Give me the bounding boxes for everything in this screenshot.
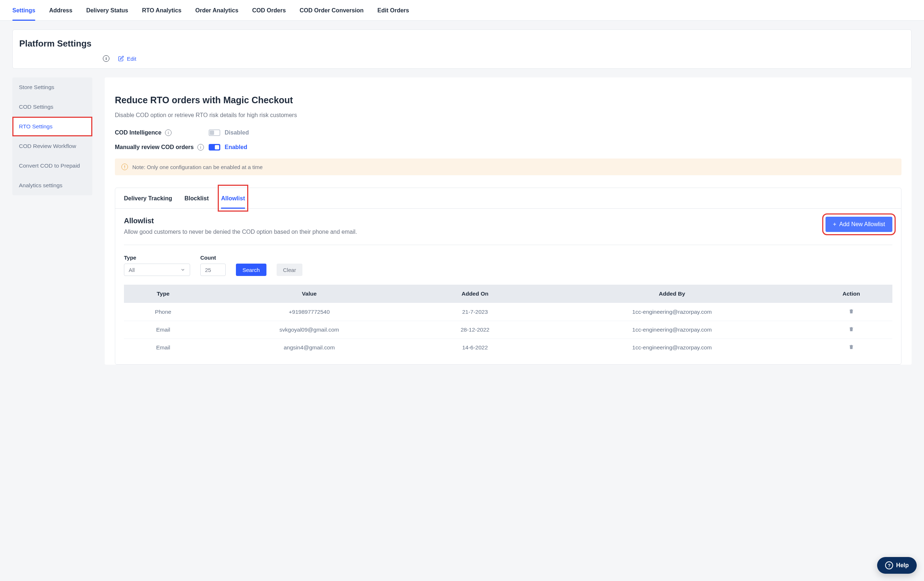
manual-review-toggle[interactable]	[209, 144, 220, 150]
trash-icon	[848, 308, 854, 314]
page-title: Platform Settings	[19, 38, 899, 49]
col-type: Type	[124, 285, 203, 303]
count-filter-value: 25	[205, 267, 211, 273]
plus-icon: +	[833, 221, 836, 228]
sidebar-item-analytics-settings[interactable]: Analytics settings	[12, 176, 92, 195]
cod-intelligence-label: COD Intelligence	[115, 129, 162, 136]
info-icon: i	[103, 55, 109, 62]
config-note-banner: ! Note: Only one configuration can be en…	[115, 158, 901, 175]
edit-icon	[118, 56, 124, 61]
type-filter-select[interactable]: All	[124, 264, 190, 276]
cell-added-on: 14-6-2022	[416, 339, 534, 357]
sidebar-item-convert-cod-prepaid[interactable]: Convert COD to Prepaid	[12, 156, 92, 176]
inner-tabs: Delivery Tracking Blocklist Allowlist	[115, 188, 901, 209]
count-filter-input[interactable]: 25	[200, 264, 226, 276]
edit-button[interactable]: Edit	[118, 56, 136, 62]
settings-sidebar: Store Settings COD Settings RTO Settings…	[12, 78, 92, 195]
tab-blocklist[interactable]: Blocklist	[185, 188, 209, 208]
search-button[interactable]: Search	[236, 264, 266, 276]
manual-review-label: Manually review COD orders	[115, 144, 194, 150]
top-nav: Settings Address Delivery Status RTO Ana…	[0, 0, 924, 21]
col-value: Value	[203, 285, 417, 303]
tab-edit-orders[interactable]: Edit Orders	[377, 0, 409, 20]
allowlist-desc: Allow good customers to never be denied …	[124, 229, 357, 235]
allowlist-card: Delivery Tracking Blocklist Allowlist Al…	[115, 188, 901, 365]
add-new-allowlist-button[interactable]: + Add New Allowlist	[825, 217, 893, 232]
tab-allowlist[interactable]: Allowlist	[221, 188, 245, 208]
edit-label: Edit	[127, 56, 136, 62]
cod-intelligence-toggle[interactable]	[209, 129, 220, 136]
type-filter-value: All	[129, 267, 135, 273]
delete-row-button[interactable]	[848, 309, 854, 315]
table-row: Emailangsin4@gmail.com14-6-20221cc-engin…	[124, 339, 893, 357]
cell-type: Phone	[124, 303, 203, 321]
filter-row: Type All Count 25 Search	[124, 254, 893, 276]
sidebar-item-cod-review-workflow[interactable]: COD Review Workflow	[12, 136, 92, 156]
table-row: Phone+91989777254021-7-20231cc-engineeri…	[124, 303, 893, 321]
content-panel: Reduce RTO orders with Magic Checkout Di…	[105, 78, 912, 365]
cell-value: +919897772540	[203, 303, 417, 321]
cell-added-on: 28-12-2022	[416, 321, 534, 339]
sidebar-item-cod-settings[interactable]: COD Settings	[12, 97, 92, 117]
manual-review-state: Enabled	[224, 144, 247, 150]
cell-value: angsin4@gmail.com	[203, 339, 417, 357]
manual-review-row: Manually review COD orders i Enabled	[115, 144, 901, 150]
cell-value: svkgoyal09@gmail.com	[203, 321, 417, 339]
tab-order-analytics[interactable]: Order Analytics	[195, 0, 238, 20]
info-icon[interactable]: i	[197, 144, 204, 150]
sidebar-item-store-settings[interactable]: Store Settings	[12, 78, 92, 97]
config-note-text: Note: Only one configuration can be enab…	[132, 164, 263, 170]
page-header: Platform Settings i Edit	[12, 30, 912, 69]
sidebar-item-rto-settings[interactable]: RTO Settings	[12, 117, 92, 136]
table-row: Emailsvkgoyal09@gmail.com28-12-20221cc-e…	[124, 321, 893, 339]
allowlist-table: Type Value Added On Added By Action Phon…	[124, 285, 893, 356]
tab-address[interactable]: Address	[49, 0, 73, 20]
cell-added-on: 21-7-2023	[416, 303, 534, 321]
warning-icon: !	[121, 163, 128, 170]
delete-row-button[interactable]	[848, 327, 854, 333]
tab-delivery-status[interactable]: Delivery Status	[86, 0, 128, 20]
count-filter-label: Count	[200, 254, 226, 261]
cell-added-by: 1cc-engineering@razorpay.com	[534, 303, 810, 321]
col-added-on: Added On	[416, 285, 534, 303]
col-action: Action	[810, 285, 893, 303]
tab-delivery-tracking[interactable]: Delivery Tracking	[124, 188, 172, 208]
trash-icon	[848, 344, 854, 350]
delete-row-button[interactable]	[848, 345, 854, 351]
cell-type: Email	[124, 321, 203, 339]
cell-added-by: 1cc-engineering@razorpay.com	[534, 321, 810, 339]
section-desc: Disable COD option or retrieve RTO risk …	[115, 112, 901, 119]
add-new-allowlist-label: Add New Allowlist	[839, 221, 885, 228]
cell-added-by: 1cc-engineering@razorpay.com	[534, 339, 810, 357]
cell-type: Email	[124, 339, 203, 357]
cod-intelligence-state: Disabled	[224, 129, 249, 136]
clear-button[interactable]: Clear	[277, 264, 303, 276]
cod-intelligence-row: COD Intelligence i Disabled	[115, 129, 901, 136]
section-title: Reduce RTO orders with Magic Checkout	[115, 95, 901, 106]
tab-cod-orders[interactable]: COD Orders	[252, 0, 286, 20]
info-icon[interactable]: i	[165, 129, 172, 136]
chevron-down-icon	[180, 267, 185, 272]
allowlist-title: Allowlist	[124, 217, 357, 225]
tab-rto-analytics[interactable]: RTO Analytics	[142, 0, 182, 20]
col-added-by: Added By	[534, 285, 810, 303]
tab-settings[interactable]: Settings	[12, 0, 35, 20]
type-filter-label: Type	[124, 254, 190, 261]
trash-icon	[848, 326, 854, 332]
tab-cod-order-conversion[interactable]: COD Order Conversion	[300, 0, 363, 20]
